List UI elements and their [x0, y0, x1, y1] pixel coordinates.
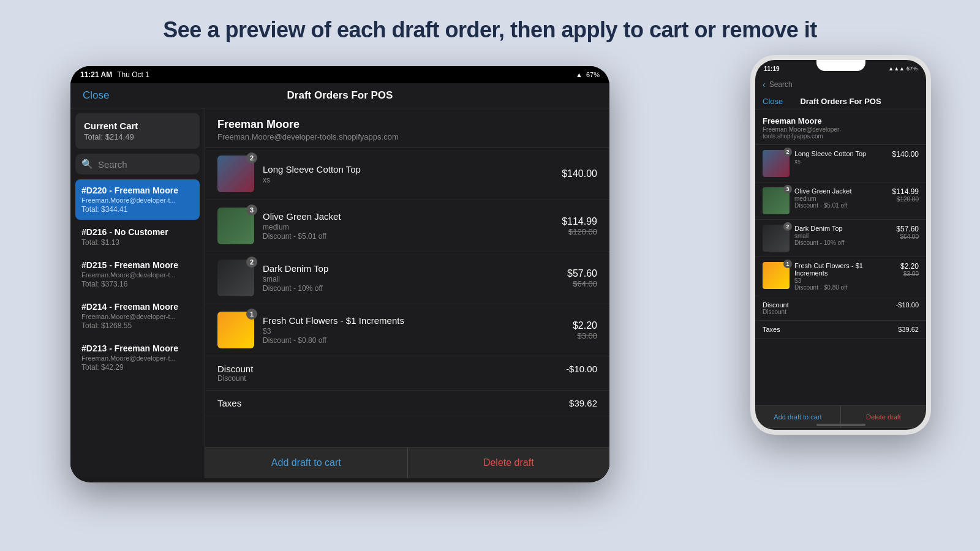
phone-customer-email: Freeman.Moore@developer- tools.shopifyap…	[763, 126, 919, 140]
phone-item-details: Long Sleeve Cotton Top xs	[794, 150, 888, 165]
current-cart-total: Total: $214.49	[84, 132, 191, 141]
customer-email: Freeman.Moore@developer-tools.shopifyapp…	[217, 132, 597, 141]
order-list-item[interactable]: #D216 - No Customer Total: $1.13	[75, 221, 200, 253]
search-icon: 🔍	[81, 159, 93, 170]
phone-item-name: Long Sleeve Cotton Top	[794, 150, 888, 157]
tablet-device: 11:21 AM Thu Oct 1 ▲ 67% Close Draft Ord…	[70, 66, 609, 482]
phone-item-price-col: $2.20 $3.00	[900, 262, 919, 277]
phone-item-badge: 2	[783, 148, 792, 156]
item-details: Long Sleeve Cotton Top xs	[263, 164, 553, 184]
back-arrow-icon[interactable]: ‹	[763, 80, 766, 89]
tablet-status-bar: 11:21 AM Thu Oct 1 ▲ 67%	[70, 66, 609, 83]
page-title: See a preview of each draft order, then …	[0, 17, 980, 43]
battery-text: 67%	[907, 66, 918, 72]
phone-item-discount: Discount - 10% off	[794, 239, 891, 246]
discount-label: Discount	[217, 364, 253, 374]
phone-taxes-row: Taxes $39.62	[755, 321, 926, 339]
item-quantity-badge: 2	[246, 152, 257, 163]
order-list-item[interactable]: #D213 - Freeman Moore Freeman.Moore@deve…	[75, 337, 200, 378]
item-price-col: $140.00	[562, 168, 597, 179]
phone-item-name: Olive Green Jacket	[794, 187, 888, 195]
item-variant: $3	[263, 327, 564, 335]
page-header: See a preview of each draft order, then …	[0, 0, 980, 55]
phone-item-price: $114.99	[892, 187, 919, 196]
order-list-item[interactable]: #D214 - Freeman Moore Freeman.Moore@deve…	[75, 296, 200, 336]
add-draft-button[interactable]: Add draft to cart	[205, 448, 408, 478]
item-quantity-badge: 2	[246, 257, 257, 268]
item-variant: small	[263, 275, 559, 283]
phone-item-price-col: $140.00	[892, 150, 919, 159]
item-details: Dark Denim Top small Discount - 10% off	[263, 263, 559, 293]
phone-item-row: 3 Olive Green Jacket medium Discount - $…	[755, 182, 926, 220]
phone-item-variant: $3	[794, 277, 895, 284]
table-row: 2 Long Sleeve Cotton Top xs $140.00	[205, 148, 609, 200]
item-price-col: $114.99 $120.00	[562, 216, 597, 236]
item-price: $140.00	[562, 168, 597, 179]
phone-discount-row: Discount Discount -$10.00	[755, 296, 926, 321]
item-image-wrapper: 2	[217, 156, 254, 192]
item-discount: Discount - $0.80 off	[263, 336, 564, 345]
phone-item-details: Fresh Cut Flowers - $1 Increments $3 Dis…	[794, 262, 895, 291]
table-row: 2 Dark Denim Top small Discount - 10% of…	[205, 252, 609, 304]
menu-icon: ≡	[763, 432, 767, 435]
phone-item-details: Olive Green Jacket medium Discount - $5.…	[794, 187, 888, 209]
home-indicator	[816, 424, 865, 426]
phone-item-price: $140.00	[892, 150, 919, 159]
phone-search-text: Search	[769, 80, 793, 89]
item-original-price: $3.00	[573, 331, 597, 340]
phone-status-icons: ▲▲▲ 67%	[888, 66, 918, 72]
item-details: Olive Green Jacket medium Discount - $5.…	[263, 211, 553, 241]
table-row: 3 Olive Green Jacket medium Discount - $…	[205, 200, 609, 252]
phone-item-name: Fresh Cut Flowers - $1 Increments	[794, 262, 895, 277]
search-placeholder: Search	[98, 159, 127, 170]
taxes-amount: $39.62	[569, 398, 597, 408]
phone-item-discount: Discount - $0.80 off	[794, 284, 895, 291]
sidebar: Current Cart Total: $214.49 🔍 Search #D2…	[70, 108, 205, 478]
phone-customer-header: Freeman Moore Freeman.Moore@developer- t…	[755, 110, 926, 145]
tablet-items: 2 Long Sleeve Cotton Top xs $140.00 3 Ol…	[205, 148, 609, 356]
item-details: Fresh Cut Flowers - $1 Increments $3 Dis…	[263, 315, 564, 345]
delete-draft-button[interactable]: Delete draft	[408, 448, 610, 478]
phone-item-variant: medium	[794, 195, 888, 202]
item-name: Olive Green Jacket	[263, 211, 553, 222]
phone-item-orig-price: $120.00	[892, 196, 919, 203]
phone-notch	[816, 60, 865, 71]
taxes-row: Taxes $39.62	[205, 391, 609, 416]
item-name: Long Sleeve Cotton Top	[263, 164, 553, 174]
item-variant: xs	[263, 176, 553, 184]
item-discount: Discount - $5.01 off	[263, 232, 553, 241]
item-original-price: $64.00	[567, 279, 597, 288]
tablet-top-bar: Close Draft Orders For POS	[70, 83, 609, 108]
phone-search-bar[interactable]: ‹ Search	[755, 77, 926, 93]
phone-item-discount: Discount - $5.01 off	[794, 202, 888, 209]
order-list-item[interactable]: #D215 - Freeman Moore Freeman.Moore@deve…	[75, 254, 200, 294]
signal-icon: ▲▲▲	[888, 66, 905, 72]
item-image-wrapper: 1	[217, 312, 254, 348]
phone-footer[interactable]: ≡ Open Draft Drawer	[755, 427, 926, 435]
search-box[interactable]: 🔍 Search	[75, 154, 200, 174]
phone-item-price-col: $57.60 $64.00	[896, 225, 919, 240]
phone-item-orig-price: $64.00	[896, 233, 919, 240]
item-quantity-badge: 1	[246, 309, 257, 320]
bottom-buttons: Add draft to cart Delete draft	[205, 447, 609, 478]
phone-item-image-wrapper: 1	[763, 262, 790, 289]
discount-amount: -$10.00	[566, 364, 597, 383]
phone-close-button[interactable]: Close	[763, 97, 783, 106]
phone-item-image-wrapper: 3	[763, 187, 790, 214]
item-price: $114.99	[562, 216, 597, 227]
item-variant: medium	[263, 223, 553, 231]
item-price: $2.20	[573, 320, 597, 331]
current-cart-item[interactable]: Current Cart Total: $214.49	[75, 113, 200, 149]
close-button[interactable]: Close	[83, 89, 109, 102]
phone-item-price-col: $114.99 $120.00	[892, 187, 919, 203]
phone-item-price: $57.60	[896, 225, 919, 233]
order-list-item[interactable]: #D220 - Freeman Moore Freeman.Moore@deve…	[75, 179, 200, 220]
phone-items: 2 Long Sleeve Cotton Top xs $140.00 3 Ol…	[755, 145, 926, 296]
item-image-wrapper: 2	[217, 260, 254, 296]
phone-item-badge: 3	[783, 185, 792, 193]
item-price: $57.60	[567, 268, 597, 279]
phone-taxes-label: Taxes	[763, 326, 780, 333]
phone-discount-amount: -$10.00	[896, 301, 919, 315]
phone-item-badge: 2	[783, 222, 792, 231]
phone-title: Draft Orders For POS	[800, 97, 881, 106]
